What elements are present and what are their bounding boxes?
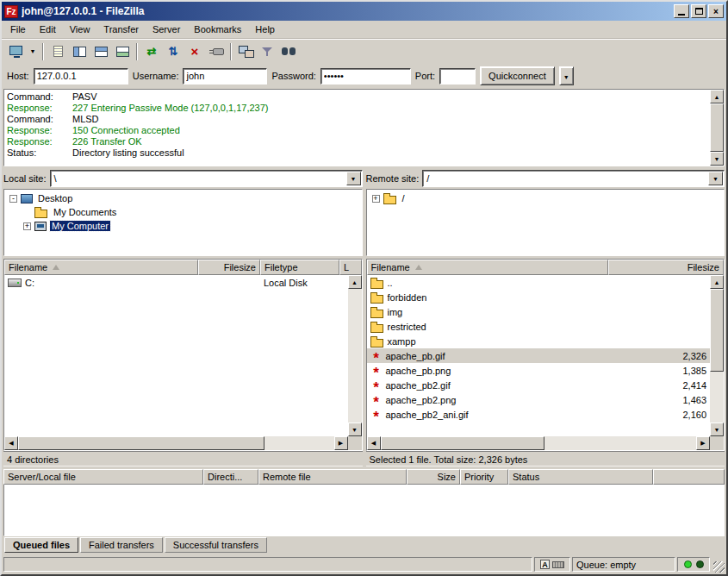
scroll-up-button[interactable]: ▲	[710, 90, 724, 103]
local-directory-tree: - Desktop My Documents + My Computer	[3, 189, 363, 256]
remote-list-hscrollbar[interactable]: ◀ ▶	[367, 436, 711, 450]
toggle-queue-button[interactable]	[112, 42, 133, 61]
filter-button[interactable]	[257, 42, 277, 61]
menu-view[interactable]: View	[63, 22, 97, 37]
minimize-button[interactable]	[674, 4, 689, 18]
expand-icon[interactable]: +	[23, 222, 31, 230]
header-filesize[interactable]: Filesize	[198, 260, 260, 275]
remote-file-row[interactable]: img	[367, 304, 711, 319]
tree-item-my-computer[interactable]: + My Computer	[4, 219, 362, 233]
quickconnect-dropdown-button[interactable]: ▼	[559, 66, 574, 85]
toolbar-separator	[136, 43, 138, 60]
header-size[interactable]: Size	[407, 469, 460, 485]
header-filename[interactable]: Filename	[367, 260, 608, 275]
cancel-button[interactable]: ×	[184, 42, 205, 61]
scroll-right-button[interactable]: ▶	[334, 436, 348, 450]
scroll-down-button[interactable]: ▼	[710, 423, 724, 436]
remote-file-row[interactable]: *apache_pb2.gif 2,414	[367, 378, 711, 392]
log-scrollbar[interactable]: ▲ ▼	[710, 90, 724, 166]
toggle-remote-tree-button[interactable]	[90, 42, 111, 61]
scrollbar-thumb[interactable]	[710, 289, 724, 372]
tree-item-desktop[interactable]: - Desktop	[4, 191, 362, 205]
menu-edit[interactable]: Edit	[33, 22, 63, 37]
scroll-right-button[interactable]: ▶	[696, 436, 710, 450]
header-server-local-file[interactable]: Server/Local file	[3, 469, 203, 485]
tree-item-root[interactable]: + /	[367, 191, 725, 205]
refresh-button[interactable]: ⇄	[141, 42, 162, 61]
menu-server[interactable]: Server	[146, 22, 187, 37]
remote-file-row-selected[interactable]: *apache_pb.gif 2,326	[367, 348, 711, 363]
remote-site-dropdown-button[interactable]: ▼	[708, 172, 723, 185]
header-direction[interactable]: Directi...	[203, 469, 258, 485]
resize-grip[interactable]	[713, 561, 725, 573]
transfer-queue: Server/Local file Directi... Remote file…	[3, 469, 725, 554]
local-list-hscrollbar[interactable]: ◀ ▶	[4, 436, 348, 450]
site-manager-dropdown-button[interactable]: ▼	[27, 42, 39, 61]
scroll-down-button[interactable]: ▼	[348, 423, 362, 436]
local-site-dropdown-button[interactable]: ▼	[346, 172, 361, 185]
disconnect-button[interactable]	[206, 42, 227, 61]
header-filesize[interactable]: Filesize	[608, 260, 725, 275]
remote-site-combobox[interactable]: / ▼	[422, 170, 725, 187]
header-filename[interactable]: Filename	[4, 260, 198, 275]
scrollbar-thumb[interactable]	[18, 436, 264, 450]
scrollbar-track[interactable]	[381, 436, 697, 450]
scrollbar-track[interactable]	[710, 289, 724, 423]
scroll-left-button[interactable]: ◀	[367, 436, 381, 450]
status-bar: A Queue: empty	[2, 554, 726, 574]
menu-file[interactable]: File	[3, 22, 33, 37]
menu-bookmarks[interactable]: Bookmarks	[187, 22, 248, 37]
queue-list[interactable]	[3, 485, 725, 536]
host-input[interactable]	[34, 68, 128, 85]
header-remote-file[interactable]: Remote file	[258, 469, 407, 485]
remote-file-row[interactable]: ..	[367, 275, 711, 290]
tab-successful-transfers[interactable]: Successful transfers	[165, 537, 267, 553]
remote-file-row[interactable]: forbidden	[367, 290, 711, 304]
remote-list-vscrollbar[interactable]: ▲ ▼	[710, 275, 724, 436]
toggle-local-tree-button[interactable]	[69, 42, 90, 61]
sync-browse-button[interactable]	[235, 42, 256, 61]
toggle-log-button[interactable]	[47, 42, 68, 61]
local-list-vscrollbar[interactable]: ▲ ▼	[348, 275, 362, 436]
window-title: john@127.0.0.1 - FileZilla	[22, 5, 670, 17]
tab-queued-files[interactable]: Queued files	[4, 537, 78, 553]
local-file-row[interactable]: C: Local Disk	[4, 275, 348, 290]
close-button[interactable]: ×	[708, 4, 724, 18]
statusbar-message-panel	[3, 557, 532, 572]
scrollbar-thumb[interactable]	[381, 436, 545, 450]
scroll-down-button[interactable]: ▼	[710, 152, 724, 166]
find-files-button[interactable]	[278, 42, 299, 61]
remote-file-row[interactable]: *apache_pb.png 1,385	[367, 363, 711, 378]
header-filetype[interactable]: Filetype	[260, 260, 339, 275]
scroll-up-button[interactable]: ▲	[710, 275, 724, 289]
site-manager-button[interactable]	[5, 42, 26, 61]
tab-failed-transfers[interactable]: Failed transfers	[80, 537, 163, 553]
quickconnect-button[interactable]: Quickconnect	[480, 66, 555, 85]
port-input[interactable]	[439, 68, 476, 85]
tree-item-my-documents[interactable]: My Documents	[4, 205, 362, 219]
expand-icon[interactable]: +	[372, 195, 380, 203]
maximize-button[interactable]	[691, 4, 706, 18]
username-input[interactable]	[183, 68, 267, 85]
menu-transfer[interactable]: Transfer	[96, 22, 146, 37]
scroll-left-button[interactable]: ◀	[4, 436, 18, 450]
scroll-up-button[interactable]: ▲	[348, 275, 362, 289]
remote-file-row[interactable]: *apache_pb2.png 1,463	[367, 392, 711, 407]
process-queue-button[interactable]: ⇅	[163, 42, 184, 61]
menu-help[interactable]: Help	[248, 22, 282, 37]
titlebar[interactable]: Fz john@127.0.0.1 - FileZilla ×	[2, 2, 726, 21]
scrollbar-track[interactable]	[710, 103, 724, 152]
header-priority[interactable]: Priority	[460, 469, 508, 485]
scrollbar-track[interactable]	[18, 436, 334, 450]
scrollbar-thumb[interactable]	[710, 103, 724, 152]
header-status[interactable]: Status	[508, 469, 653, 485]
scrollbar-track[interactable]	[348, 289, 362, 423]
password-input[interactable]	[320, 68, 411, 85]
header-last-modified[interactable]: L	[339, 260, 362, 275]
local-site-combobox[interactable]: \ ▼	[50, 170, 363, 187]
remote-file-row[interactable]: xampp	[367, 334, 711, 348]
remote-file-row[interactable]: *apache_pb2_ani.gif 2,160	[367, 407, 711, 422]
image-file-icon: *	[370, 354, 383, 363]
collapse-icon[interactable]: -	[9, 195, 17, 203]
remote-file-row[interactable]: restricted	[367, 319, 711, 334]
